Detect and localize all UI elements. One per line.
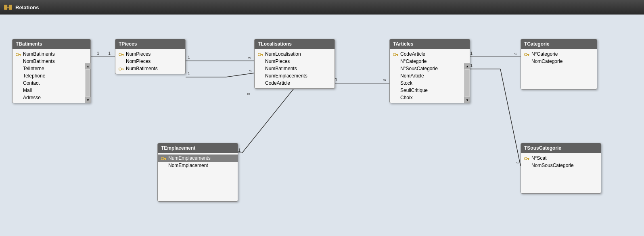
svg-rect-29 (20, 55, 21, 56)
table-tbatiments: TBatiments NumBatiments NomBatiments Tel… (12, 39, 91, 103)
svg-line-14 (242, 89, 293, 153)
title-bar-text: Relations (15, 4, 39, 10)
table-templacement-header: TEmplacement (158, 143, 238, 153)
scroll-down-tbatiments[interactable]: ▼ (85, 97, 91, 103)
scroll-up-tarticles[interactable]: ▲ (464, 63, 470, 69)
svg-text:1: 1 (108, 51, 111, 56)
svg-rect-28 (19, 54, 21, 55)
svg-text:∞: ∞ (249, 68, 253, 73)
table-tpieces: TPieces NumPieces NomPieces NumBatiments (115, 39, 186, 74)
svg-point-30 (119, 53, 122, 56)
svg-point-48 (525, 157, 527, 160)
svg-point-45 (525, 53, 527, 56)
svg-point-33 (119, 68, 122, 70)
svg-text:1: 1 (238, 148, 240, 152)
svg-text:∞: ∞ (248, 55, 251, 60)
svg-rect-31 (121, 54, 124, 55)
table-tlocalisations-header: TLocalisations (255, 39, 335, 49)
svg-rect-41 (165, 159, 166, 160)
table-tarticles-header: TArticles (390, 39, 470, 49)
svg-rect-32 (123, 55, 123, 56)
table-tpieces-header: TPieces (115, 39, 185, 49)
field-numbatiments: NumBatiments (23, 51, 55, 57)
svg-rect-43 (396, 54, 398, 55)
svg-text:1: 1 (97, 51, 99, 56)
svg-rect-47 (528, 55, 529, 56)
title-bar: Relations (0, 0, 644, 15)
svg-rect-38 (262, 55, 263, 56)
table-tlocalisations: TLocalisations NumLocalisation NumPieces… (254, 39, 335, 89)
svg-rect-37 (261, 54, 263, 55)
svg-rect-50 (528, 159, 529, 160)
table-tcategorie-header: TCategorie (521, 39, 597, 49)
svg-rect-49 (527, 158, 529, 159)
svg-line-24 (500, 69, 521, 166)
svg-text:∞: ∞ (516, 160, 520, 165)
table-tsouscategorie-header: TSousCategorie (521, 143, 601, 153)
svg-text:1: 1 (470, 51, 473, 56)
table-tcategorie: TCategorie N°Categorie NomCategorie (521, 39, 597, 90)
svg-point-39 (161, 157, 164, 160)
svg-text:∞: ∞ (514, 51, 518, 56)
svg-rect-46 (527, 54, 529, 55)
relations-icon (4, 4, 12, 10)
canvas: 1 1 1 ∞ 1 ∞ 1 ∞ 1 ∞ 1 ∞ 1 ∞ TBatiments (0, 15, 644, 236)
svg-rect-40 (164, 158, 166, 159)
svg-rect-0 (4, 5, 7, 10)
svg-text:∞: ∞ (383, 77, 387, 82)
table-tsouscategorie: TSousCategorie N°Scat NomSousCategorie (521, 143, 601, 194)
svg-rect-34 (121, 69, 124, 69)
svg-rect-44 (397, 55, 398, 56)
svg-line-10 (226, 73, 254, 77)
table-tarticles: TArticles CodeArticle N°Categorie N°Sous… (389, 39, 470, 103)
table-templacement: TEmplacement NumEmplacements NomEmplacem… (157, 143, 238, 202)
svg-text:∞: ∞ (247, 91, 250, 96)
svg-text:1: 1 (188, 55, 190, 60)
svg-point-27 (16, 53, 19, 56)
svg-rect-1 (9, 5, 12, 10)
svg-point-42 (393, 53, 396, 56)
table-tbatiments-header: TBatiments (13, 39, 90, 49)
svg-text:1: 1 (470, 63, 473, 68)
svg-text:1: 1 (335, 77, 337, 82)
scroll-up-tbatiments[interactable]: ▲ (85, 63, 91, 69)
svg-point-36 (258, 53, 261, 56)
scroll-down-tarticles[interactable]: ▼ (464, 97, 470, 103)
svg-text:1: 1 (188, 71, 190, 76)
svg-rect-35 (123, 69, 123, 70)
